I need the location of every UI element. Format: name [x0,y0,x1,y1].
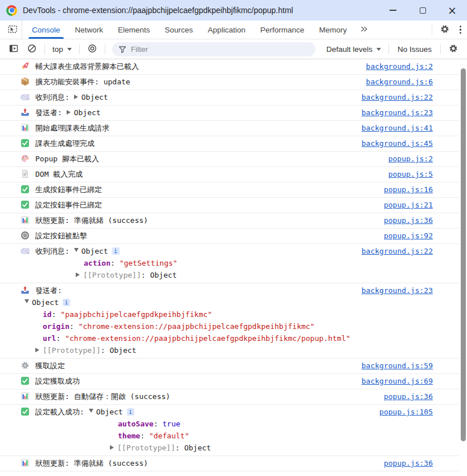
live-expression-button[interactable] [83,39,101,59]
filter-input[interactable] [112,42,316,56]
minimize-button[interactable] [378,0,408,21]
scrollbar[interactable] [459,59,467,476]
console-message: 獲取設定background.js:59 [0,359,459,374]
console-message: 設定按鈕被點擊popup.js:92 [0,229,459,244]
collapse-triangle-icon[interactable] [89,406,96,418]
settings-button[interactable] [436,21,454,39]
check-icon [21,376,30,385]
gear-icon [448,43,458,55]
tab-memory[interactable]: Memory [312,21,354,39]
console-message: 發送者: Objectbackground.js:23 [0,105,459,121]
console-message: 狀態更新: 準備就緒 (success)popup.js:36 [0,213,459,229]
clear-console-button[interactable] [23,39,41,59]
source-link[interactable]: background.js:2 [366,61,433,72]
source-link[interactable]: background.js:41 [362,123,433,134]
source-link[interactable]: background.js:59 [362,360,433,372]
source-link[interactable]: background.js:69 [362,376,433,387]
console-message: DOM 載入完成popup.js:5 [0,167,459,182]
issues-counter[interactable]: No Issues [392,45,437,54]
source-link[interactable]: background.js:22 [362,92,433,103]
outbox-icon [21,286,30,295]
string-value: "chrome-extension://paajpbchijpelcaefgpd… [65,334,350,343]
outbox-icon [21,108,30,117]
close-icon: × [448,5,457,16]
source-link[interactable]: popup.js:16 [384,184,433,196]
expand-triangle-icon[interactable] [74,92,81,103]
customize-devtools-button[interactable] [454,26,467,34]
inspect-cursor-icon [7,24,18,36]
source-link[interactable]: popup.js:36 [384,215,433,226]
source-link[interactable]: background.js:45 [362,138,433,149]
package-icon [21,77,30,86]
source-link[interactable]: popup.js:5 [388,169,433,180]
scrollbar-thumb[interactable] [461,68,466,441]
console-message: 輔大課表生成器背景腳本已載入background.js:2 [0,59,459,75]
context-selector[interactable]: top [48,45,76,54]
check-icon [21,407,30,416]
collapse-triangle-icon[interactable] [24,296,32,308]
message-content: 設定按鈕事件已綁定 [35,200,377,211]
prototype-label: [[Prototype]] [117,444,175,452]
source-link[interactable]: background.js:23 [362,285,433,296]
info-badge: i [127,408,134,416]
message-content: 擴充功能安裝事件: update [35,76,359,88]
message-text: Object [74,108,101,117]
message-text: 設定載入成功: [35,408,89,416]
maximize-button[interactable] [408,0,437,21]
source-link[interactable]: popup.js:105 [379,406,433,418]
more-panels-button[interactable] [354,21,374,39]
property-key: id [43,310,52,319]
expand-triangle-icon[interactable] [110,442,117,454]
chart-icon [21,215,30,225]
console-settings-button[interactable] [444,39,462,59]
log-levels-selector[interactable]: Default levels [322,45,385,54]
object-tree-line: autoSave: true [118,418,433,430]
source-link[interactable]: popup.js:36 [384,391,433,402]
expand-triangle-icon[interactable] [67,107,74,119]
console-sidebar-toggle[interactable] [5,39,23,59]
source-link[interactable]: popup.js:2 [388,153,433,165]
tab-sources[interactable]: Sources [157,21,200,39]
source-link[interactable]: popup.js:21 [384,200,433,211]
message-text: : [52,310,61,319]
envelope-icon [21,92,30,101]
tab-elements[interactable]: Elements [110,21,157,39]
chevron-down-icon [67,48,72,51]
divider [388,44,389,54]
expand-triangle-icon[interactable] [35,344,43,356]
source-link[interactable]: background.js:22 [362,246,433,257]
divider [440,44,441,54]
console-message: 狀態更新: 自動儲存：開啟 (success)popup.js:36 [0,389,459,405]
expand-triangle-icon[interactable] [76,269,83,281]
collapse-triangle-icon[interactable] [74,246,81,257]
source-link[interactable]: background.js:6 [366,76,433,88]
message-text: 收到消息: [35,247,74,255]
chevron-double-right-icon [359,24,369,36]
message-text: : [140,432,149,440]
message-content: 設定獲取成功 [35,376,355,387]
console-message: 設定載入成功: Objectipopup.js:105autoSave: tru… [0,405,459,456]
source-link[interactable]: popup.js:92 [384,230,433,242]
message-text: : [56,334,65,343]
message-content: 獲取設定 [35,360,355,372]
string-value: "paajpbchijpelcaefgpdkpeihbjfikmc" [60,310,212,319]
object-tree-line: id: "paajpbchijpelcaefgpdkpeihbjfikmc" [43,308,433,320]
inspect-element-button[interactable] [3,21,22,39]
message-text: Object [109,346,136,355]
message-text: 生成按鈕事件已綁定 [35,185,102,194]
source-link[interactable]: popup.js:36 [384,458,433,469]
tab-console[interactable]: Console [24,21,68,39]
tab-performance[interactable]: Performance [253,21,312,39]
gear-icon [440,24,450,36]
message-text: Object [32,298,59,307]
chart-icon [21,458,30,467]
prototype-label: [[Prototype]] [83,271,141,279]
source-link[interactable]: background.js:23 [362,107,433,119]
chart-icon [21,392,30,401]
message-text: Object [81,247,108,255]
close-button[interactable]: × [437,0,467,21]
tab-application[interactable]: Application [200,21,253,39]
tab-network[interactable]: Network [68,21,111,39]
message-text: 獲取設定 [35,361,65,370]
divider [44,44,45,54]
